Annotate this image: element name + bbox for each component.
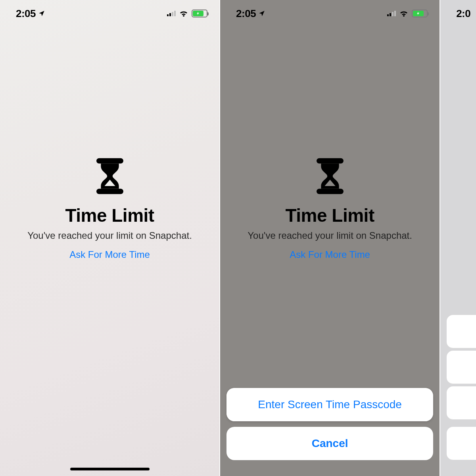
screenshot-2: 2:05 Time Limit You've reached you bbox=[220, 0, 440, 476]
battery-charging-icon bbox=[192, 10, 207, 17]
sheet-option-row[interactable] bbox=[447, 315, 476, 348]
time-limit-block: Time Limit You've reached your limit on … bbox=[0, 158, 219, 260]
status-time: 2:05 bbox=[16, 8, 36, 20]
status-left: 2:05 bbox=[236, 8, 265, 20]
time-limit-subtitle: You've reached your limit on Snapchat. bbox=[27, 230, 192, 241]
action-sheet-group: Enter Screen Time Passcode bbox=[226, 388, 433, 421]
home-indicator[interactable] bbox=[70, 468, 150, 470]
time-limit-subtitle: You've reached your limit on Snapchat. bbox=[248, 230, 412, 241]
cellular-signal-icon bbox=[387, 11, 396, 16]
sheet-cancel-row[interactable] bbox=[447, 427, 476, 460]
time-limit-title: Time Limit bbox=[286, 205, 374, 226]
action-sheet: Enter Screen Time Passcode Cancel bbox=[226, 388, 433, 460]
status-time-partial: 2:0 bbox=[456, 8, 470, 20]
status-left: 2:0 bbox=[456, 8, 470, 20]
status-right bbox=[167, 9, 207, 18]
status-bar: 2:05 bbox=[220, 0, 440, 24]
hourglass-icon bbox=[96, 158, 123, 194]
status-left: 2:05 bbox=[16, 8, 45, 20]
time-limit-title: Time Limit bbox=[65, 205, 154, 226]
cellular-signal-icon bbox=[167, 11, 176, 16]
location-arrow-icon bbox=[38, 10, 45, 17]
cancel-button[interactable]: Cancel bbox=[226, 427, 433, 460]
location-arrow-icon bbox=[258, 10, 265, 17]
screenshot-3-partial: 2:0 bbox=[440, 0, 476, 476]
screenshot-1: 2:05 Time Limit You've reached you bbox=[0, 0, 219, 476]
ask-for-more-time-link[interactable]: Ask For More Time bbox=[290, 249, 370, 260]
hourglass-icon bbox=[317, 158, 344, 194]
status-right bbox=[387, 9, 428, 18]
enter-passcode-button[interactable]: Enter Screen Time Passcode bbox=[226, 388, 433, 421]
status-bar: 2:0 bbox=[440, 0, 476, 24]
action-sheet-partial bbox=[447, 315, 476, 460]
sheet-option-row[interactable] bbox=[447, 386, 476, 420]
battery-charging-icon bbox=[412, 10, 428, 17]
wifi-icon bbox=[179, 9, 188, 18]
status-time: 2:05 bbox=[236, 8, 256, 20]
time-limit-block: Time Limit You've reached your limit on … bbox=[220, 158, 440, 260]
wifi-icon bbox=[399, 9, 409, 18]
ask-for-more-time-link[interactable]: Ask For More Time bbox=[69, 249, 150, 260]
sheet-option-row[interactable] bbox=[447, 351, 476, 384]
status-bar: 2:05 bbox=[0, 0, 219, 24]
